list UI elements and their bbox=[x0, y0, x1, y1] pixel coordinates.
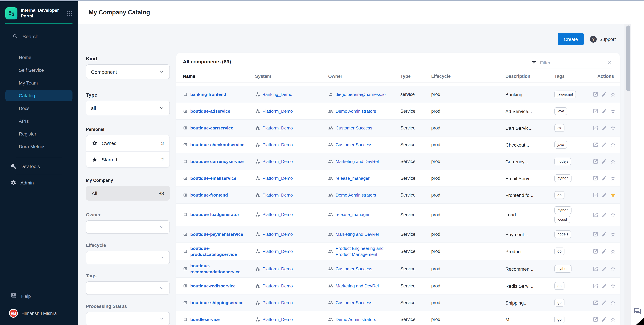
owner-link[interactable]: release_manager bbox=[336, 212, 370, 218]
component-link[interactable]: boutique-adservice bbox=[190, 108, 230, 114]
owner-link[interactable]: Marketing and DevRel bbox=[336, 283, 379, 289]
edit-icon[interactable] bbox=[602, 125, 607, 131]
star-icon[interactable] bbox=[610, 283, 616, 289]
open-in-new-icon[interactable] bbox=[593, 317, 598, 322]
owner-link[interactable]: Marketing and DevRel bbox=[336, 231, 379, 237]
vertical-scrollbar-thumb[interactable] bbox=[626, 25, 630, 91]
sidebar-item-register[interactable]: Register bbox=[0, 127, 78, 140]
sidebar-item-my-team[interactable]: My Team bbox=[0, 76, 78, 89]
owner-link[interactable]: Customer Success bbox=[336, 300, 372, 306]
open-in-new-icon[interactable] bbox=[593, 266, 598, 272]
lifecycle-select[interactable] bbox=[86, 251, 170, 264]
system-link[interactable]: Platform_Demo bbox=[262, 231, 293, 237]
owner-link[interactable]: Demo Administrators bbox=[336, 108, 376, 114]
tags-select[interactable] bbox=[86, 281, 170, 295]
component-link[interactable]: boutique-cartservice bbox=[190, 125, 233, 131]
open-in-new-icon[interactable] bbox=[593, 212, 598, 218]
open-in-new-icon[interactable] bbox=[593, 92, 598, 97]
sidebar-item-apis[interactable]: APIs bbox=[0, 115, 78, 127]
vertical-scrollbar-track[interactable] bbox=[624, 24, 631, 325]
sidebar-item-admin[interactable]: Admin bbox=[0, 180, 78, 186]
component-link[interactable]: boutique-emailservice bbox=[190, 175, 236, 181]
component-link[interactable]: boutique-recommendationservice bbox=[190, 263, 251, 275]
star-icon[interactable] bbox=[610, 159, 616, 164]
open-in-new-icon[interactable] bbox=[593, 175, 598, 181]
star-icon[interactable] bbox=[610, 231, 616, 237]
system-link[interactable]: Platform_Demo bbox=[262, 192, 293, 198]
component-link[interactable]: boutique-shippingservice bbox=[190, 300, 243, 306]
open-in-new-icon[interactable] bbox=[593, 192, 598, 198]
star-icon[interactable] bbox=[610, 249, 616, 254]
table-filter-input[interactable]: Filter bbox=[531, 57, 612, 68]
system-link[interactable]: Banking_Demo bbox=[262, 91, 292, 97]
edit-icon[interactable] bbox=[602, 108, 607, 114]
edit-icon[interactable] bbox=[602, 92, 607, 97]
open-in-new-icon[interactable] bbox=[593, 108, 598, 114]
system-link[interactable]: Platform_Demo bbox=[262, 175, 293, 181]
component-link[interactable]: boutique-currencyservice bbox=[190, 158, 244, 164]
sidebar-item-help[interactable]: ? Help bbox=[0, 293, 78, 300]
sidebar-item-docs[interactable]: Docs bbox=[0, 102, 78, 115]
support-button[interactable]: ? Support bbox=[590, 36, 616, 42]
edit-icon[interactable] bbox=[602, 142, 607, 148]
owner-select[interactable] bbox=[86, 220, 170, 234]
owner-link[interactable]: Customer Success bbox=[336, 266, 372, 272]
edit-icon[interactable] bbox=[602, 192, 607, 198]
edit-icon[interactable] bbox=[602, 266, 607, 272]
edit-icon[interactable] bbox=[602, 249, 607, 254]
system-link[interactable]: Platform_Demo bbox=[262, 300, 293, 306]
sidebar-item-self-service[interactable]: Self Service bbox=[0, 64, 78, 76]
component-link[interactable]: boutique-loadgenerator bbox=[190, 212, 239, 218]
component-link[interactable]: boutique-checkoutservice bbox=[190, 142, 244, 148]
chat-bubbles-icon[interactable] bbox=[634, 307, 642, 315]
component-link[interactable]: boutique-productcatalogservice bbox=[190, 246, 251, 257]
sidebar-item-catalog[interactable]: Catalog bbox=[5, 90, 72, 101]
kind-select[interactable]: Component bbox=[86, 64, 170, 79]
star-icon[interactable] bbox=[610, 175, 616, 181]
star-icon[interactable] bbox=[610, 108, 616, 114]
open-in-new-icon[interactable] bbox=[593, 125, 598, 131]
system-link[interactable]: Platform_Demo bbox=[262, 249, 293, 254]
star-icon[interactable] bbox=[610, 300, 616, 306]
filter-starred[interactable]: Starred2 bbox=[86, 151, 170, 167]
edit-icon[interactable] bbox=[602, 300, 607, 306]
create-button[interactable]: Create bbox=[558, 33, 584, 45]
processing-status-select[interactable] bbox=[86, 312, 170, 325]
sidebar-item-dora-metrics[interactable]: Dora Metrics bbox=[0, 140, 78, 153]
owner-link[interactable]: Demo Administrators bbox=[336, 317, 376, 323]
owner-link[interactable]: Marketing and DevRel bbox=[336, 158, 379, 164]
star-icon[interactable] bbox=[610, 317, 616, 322]
user-menu[interactable]: HM Himanshu Mishra bbox=[0, 309, 78, 318]
open-in-new-icon[interactable] bbox=[593, 142, 598, 148]
column-header-name[interactable]: Name bbox=[183, 74, 255, 79]
edit-icon[interactable] bbox=[602, 283, 607, 289]
system-link[interactable]: Platform_Demo bbox=[262, 266, 293, 272]
owner-link[interactable]: Customer Success bbox=[336, 142, 372, 148]
star-icon[interactable] bbox=[610, 125, 616, 131]
edit-icon[interactable] bbox=[602, 212, 607, 218]
system-link[interactable]: Platform_Demo bbox=[262, 142, 293, 148]
sidebar-item-devtools[interactable]: DevTools bbox=[0, 163, 78, 169]
apps-grid-icon[interactable] bbox=[66, 10, 73, 17]
sidebar-search[interactable]: Search bbox=[12, 33, 78, 39]
edit-icon[interactable] bbox=[602, 159, 607, 164]
owner-link[interactable]: release_manager bbox=[336, 175, 370, 181]
system-link[interactable]: Platform_Demo bbox=[262, 212, 293, 218]
edit-icon[interactable] bbox=[602, 231, 607, 237]
star-icon[interactable] bbox=[610, 192, 616, 198]
system-link[interactable]: Platform_Demo bbox=[262, 125, 293, 131]
component-link[interactable]: banking-frontend bbox=[190, 91, 226, 97]
component-link[interactable]: boutique-redisservice bbox=[190, 283, 236, 289]
owner-link[interactable]: diego.pereira@harness.io bbox=[336, 91, 386, 97]
owner-link[interactable]: Customer Success bbox=[336, 125, 372, 131]
type-select[interactable]: all bbox=[86, 101, 170, 115]
filter-all-selected[interactable]: All 83 bbox=[86, 186, 170, 201]
edit-icon[interactable] bbox=[602, 317, 607, 322]
open-in-new-icon[interactable] bbox=[593, 300, 598, 306]
open-in-new-icon[interactable] bbox=[593, 249, 598, 254]
system-link[interactable]: Platform_Demo bbox=[262, 108, 293, 114]
open-in-new-icon[interactable] bbox=[593, 159, 598, 164]
close-icon[interactable] bbox=[607, 60, 612, 65]
component-link[interactable]: bundleservice bbox=[190, 317, 220, 323]
edit-icon[interactable] bbox=[602, 175, 607, 181]
